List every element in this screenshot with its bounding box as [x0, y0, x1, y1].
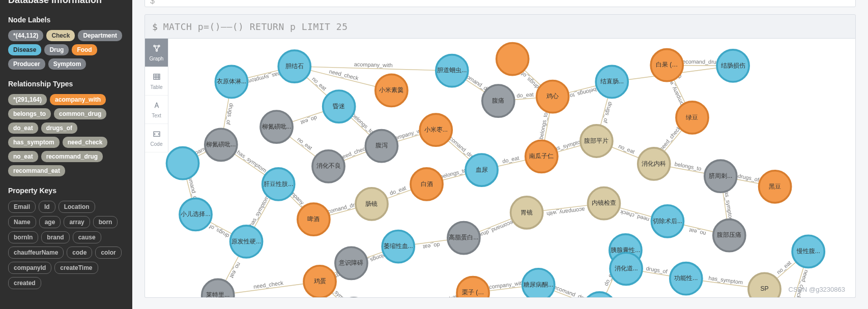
graph-node[interactable]: 昏迷: [323, 90, 355, 122]
graph-node[interactable]: 结直肠...: [596, 66, 628, 98]
graph-node[interactable]: 胆结石: [278, 50, 310, 82]
graph-node[interactable]: 南瓜子仁: [526, 140, 558, 172]
graph-node[interactable]: 绿豆: [676, 102, 708, 134]
watermark: CSDN @g3230863: [789, 286, 845, 293]
graph-node[interactable]: 消化不良: [312, 150, 344, 182]
graph-node[interactable]: 意识障碍: [335, 247, 367, 279]
graph-node[interactable]: 败血症: [584, 292, 616, 298]
graph-node[interactable]: 柳氮磺吡...: [205, 129, 237, 161]
pill-drug[interactable]: Drug: [44, 44, 69, 55]
graph-node[interactable]: 柳氮磺吡...: [261, 111, 293, 143]
pill-location[interactable]: Location: [59, 201, 95, 213]
collapsed-panel[interactable]: $: [144, 0, 856, 7]
text-icon: [152, 101, 161, 111]
graph-node[interactable]: 血尿: [466, 154, 498, 186]
graph-node[interactable]: 高脂蛋白...: [448, 222, 480, 254]
pill-do-eat[interactable]: do_eat: [8, 122, 38, 134]
graph-node[interactable]: 小米素羹: [375, 74, 408, 106]
pill-department[interactable]: Department: [78, 30, 122, 41]
pill--44-112-[interactable]: *(44,112): [8, 30, 43, 41]
graph-node[interactable]: 白酒: [411, 168, 443, 200]
pill-chauffeurname[interactable]: chauffeurName: [8, 246, 64, 259]
pill-symptom[interactable]: Symptom: [48, 58, 86, 70]
pill-brand[interactable]: brand: [41, 231, 69, 243]
tool-graph[interactable]: Graph: [145, 39, 168, 67]
svg-point-180: [584, 292, 616, 298]
svg-text:do_eat: do_eat: [502, 154, 519, 164]
pill-food[interactable]: Food: [72, 44, 97, 55]
pill-age[interactable]: age: [39, 216, 61, 228]
pill-code[interactable]: code: [67, 246, 92, 259]
svg-text:drugs_of: drugs_of: [519, 71, 540, 90]
graph-node[interactable]: 内镜检查: [588, 188, 620, 220]
query-bar[interactable]: $ MATCH p=()——() RETURN p LIMIT 25: [144, 14, 856, 39]
pill-created[interactable]: created: [8, 277, 41, 289]
graph-node[interactable]: 脐周刺...: [705, 160, 737, 192]
graph-node[interactable]: 原发性硬...: [230, 226, 263, 258]
pill-recommand-eat[interactable]: recommand_eat: [8, 165, 65, 176]
svg-point-171: [537, 81, 569, 113]
pill-name[interactable]: Name: [8, 216, 36, 228]
graph-node[interactable]: 腹部压痛: [713, 220, 745, 252]
graph-node[interactable]: 腹泻: [365, 130, 397, 162]
pill-createtime[interactable]: createTime: [54, 262, 98, 274]
graph-node[interactable]: 糖尿病酮...: [523, 269, 555, 298]
graph-node[interactable]: 切除术后...: [651, 205, 683, 237]
graph-node[interactable]: 鸡心: [537, 81, 569, 113]
graph-node[interactable]: 慢性腹...: [792, 235, 824, 267]
pill-producer[interactable]: Producer: [8, 58, 45, 70]
graph-node[interactable]: 功能性...: [670, 263, 702, 295]
graph-node[interactable]: 消化道...: [610, 253, 642, 285]
pill-acompany-with[interactable]: acompany_with: [50, 94, 106, 105]
graph-node[interactable]: [166, 147, 198, 179]
graph-node[interactable]: 腹痛: [482, 85, 514, 117]
graph-node[interactable]: 消化内科: [638, 148, 670, 180]
pill-common-drug[interactable]: common_drug: [54, 108, 106, 119]
graph-node[interactable]: [497, 43, 529, 75]
pill-color[interactable]: color: [95, 246, 121, 259]
tool-code[interactable]: Code: [145, 124, 168, 152]
pill-born[interactable]: born: [93, 216, 118, 228]
svg-point-202: [670, 263, 702, 295]
graph-node[interactable]: 白果 (…: [651, 49, 683, 81]
pill-array[interactable]: array: [64, 216, 90, 228]
pill-has-symptom[interactable]: has_symptom: [8, 137, 60, 148]
graph-node[interactable]: 栗子 (…: [457, 277, 489, 298]
graph-node[interactable]: 黑豆: [759, 171, 791, 203]
graph-node[interactable]: 小米枣...: [420, 114, 452, 146]
pill-disease[interactable]: Disease: [8, 44, 41, 55]
query-prefix: $: [152, 21, 158, 32]
pill-id[interactable]: Id: [39, 201, 55, 213]
graph-node[interactable]: 萎缩性血...: [382, 231, 414, 263]
graph-node[interactable]: SP: [748, 273, 780, 298]
svg-text:drugs_of: drugs_of: [225, 103, 235, 126]
tool-text[interactable]: Text: [145, 96, 168, 124]
graph-node[interactable]: 肠镜: [356, 188, 388, 220]
graph-node[interactable]: 衣原体淋...: [215, 66, 247, 98]
tool-table[interactable]: Table: [145, 67, 168, 96]
svg-point-200: [713, 220, 745, 252]
collapsed-prefix: $: [150, 0, 155, 6]
pill-bornin[interactable]: bornIn: [8, 231, 38, 243]
pill-need-check[interactable]: need_check: [63, 137, 108, 148]
pill-cause[interactable]: cause: [73, 231, 101, 243]
graph-node[interactable]: 鸡蛋: [304, 266, 336, 298]
graph-svg[interactable]: has_symptomno_eatneed_checkacompany_with…: [145, 39, 855, 298]
graph-node[interactable]: 肝豆性肢...: [263, 168, 295, 200]
graph-node[interactable]: 胃镜: [511, 197, 543, 229]
svg-point-137: [312, 150, 344, 182]
pill-belongs-to[interactable]: belongs_to: [8, 108, 51, 119]
pill-no-eat[interactable]: no_eat: [8, 151, 38, 162]
pill--291-164-[interactable]: *(291,164): [8, 94, 47, 105]
graph-node[interactable]: 莱特里...: [202, 279, 234, 298]
graph-node[interactable]: 啤酒: [298, 203, 330, 235]
graph-node[interactable]: 腹部平片: [581, 125, 613, 157]
pill-companyid[interactable]: companyId: [8, 262, 51, 274]
pill-drugs-of[interactable]: drugs_of: [41, 122, 77, 134]
pill-recommand-drug[interactable]: recommand_drug: [41, 151, 103, 162]
graph-node[interactable]: 小儿选择...: [180, 198, 212, 230]
pill-check[interactable]: Check: [46, 30, 75, 41]
pill-email[interactable]: Email: [8, 201, 36, 213]
graph-node[interactable]: 结肠损伤: [717, 50, 749, 82]
graph-node[interactable]: 胆道蛔虫...: [436, 55, 468, 87]
